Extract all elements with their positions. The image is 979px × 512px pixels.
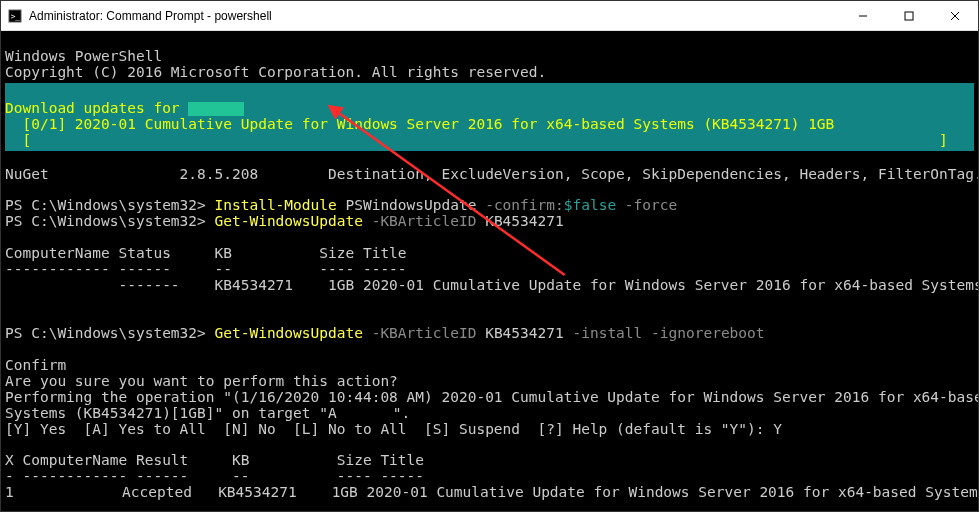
svg-rect-3 [905,12,913,20]
progress-heading: Download updates for [5,100,244,116]
get-windowsupdate-line2: PS C:\Windows\system32> Get-WindowsUpdat… [5,325,765,341]
arg-pswindowsupdate: PSWindowsUpdate [345,197,485,213]
table1-header: ComputerName Status KB Size Title [5,245,407,261]
redacted-server-name [188,102,244,116]
table1-divider: ------------ ------ -- ---- ----- [5,261,407,277]
progress-bar-row: [ ] [5,132,948,148]
minimize-button[interactable] [840,1,886,31]
window-title: Administrator: Command Prompt - powershe… [29,9,272,23]
close-button[interactable] [932,1,978,31]
arg-kbarticle1: -KBArticleID [372,213,486,229]
arg-kbnum1: KB4534271 [485,213,564,229]
progress-detail: [0/1] 2020-01 Cumulative Update for Wind… [5,116,834,132]
progress-bar-left: [ [5,132,31,148]
empty-line [5,341,14,357]
arg-kbarticle2: -KBArticleID [372,325,486,341]
cmd-install-module: Install-Module [215,197,346,213]
prompt-3: PS C:\Windows\system32> [5,325,215,341]
redacted-target [337,406,393,422]
table2-row-idx: 1 [5,484,22,500]
confirm-line1: Performing the operation "(1/16/2020 10:… [5,389,978,405]
redacted-computer [22,485,78,501]
confirm-choices: [Y] Yes [A] Yes to All [N] No [L] No to … [5,421,782,437]
progress-heading-text: Download updates for [5,100,188,116]
table2-divider: - ------------ ------ -- ---- ----- [5,468,424,484]
table2-row: 1 Accepted KB4534271 1GB 2020-01 Cumulat… [5,484,978,500]
nuget-line: NuGet 2.8.5.208 Destination, ExcludeVers… [5,166,978,182]
cmd-icon: >_ [7,8,23,24]
progress-bar-right: ] [939,132,948,148]
empty-line [5,229,14,245]
terminal-output[interactable]: Windows PowerShell Copyright (C) 2016 Mi… [1,31,978,511]
prompt-2: PS C:\Windows\system32> [5,213,215,229]
empty-line [5,293,14,309]
empty-line [5,436,14,452]
progress-bar-fill [31,132,939,148]
arg-install: -install [572,325,651,341]
empty-line [5,181,14,197]
confirm-line2b: ". [393,405,410,421]
empty-line [5,309,14,325]
confirm-question: Are you sure you want to perform this ac… [5,373,398,389]
titlebar[interactable]: >_ Administrator: Command Prompt - power… [1,1,978,31]
confirm-line2: Systems (KB4534271)[1GB]" on target "A "… [5,405,410,421]
table2-header: X ComputerName Result KB Size Title [5,452,424,468]
arg-confirm: -confirm: [485,197,564,213]
arg-false: $false [564,197,625,213]
prompt-1: PS C:\Windows\system32> [5,197,215,213]
ps-header-line2: Copyright (C) 2016 Microsoft Corporation… [5,64,546,80]
confirm-title: Confirm [5,357,66,373]
table2-row-rest: Accepted KB4534271 1GB 2020-01 Cumulativ… [78,484,978,500]
table1-row: ------- KB4534271 1GB 2020-01 Cumulative… [5,277,978,293]
arg-ignorereboot: -ignorereboot [651,325,765,341]
cmd-getupdate1: Get-WindowsUpdate [215,213,372,229]
progress-bar: Download updates for [0/1] 2020-01 Cumul… [5,83,974,151]
get-windowsupdate-line1: PS C:\Windows\system32> Get-WindowsUpdat… [5,213,564,229]
maximize-button[interactable] [886,1,932,31]
install-module-line: PS C:\Windows\system32> Install-Module P… [5,197,677,213]
arg-force: -force [625,197,677,213]
cmd-getupdate2: Get-WindowsUpdate [215,325,372,341]
confirm-line2a: Systems (KB4534271)[1GB]" on target "A [5,405,337,421]
ps-header-line1: Windows PowerShell [5,48,162,64]
svg-text:>_: >_ [11,11,21,20]
window-frame: >_ Administrator: Command Prompt - power… [0,0,979,512]
arg-kbnum2: KB4534271 [485,325,572,341]
